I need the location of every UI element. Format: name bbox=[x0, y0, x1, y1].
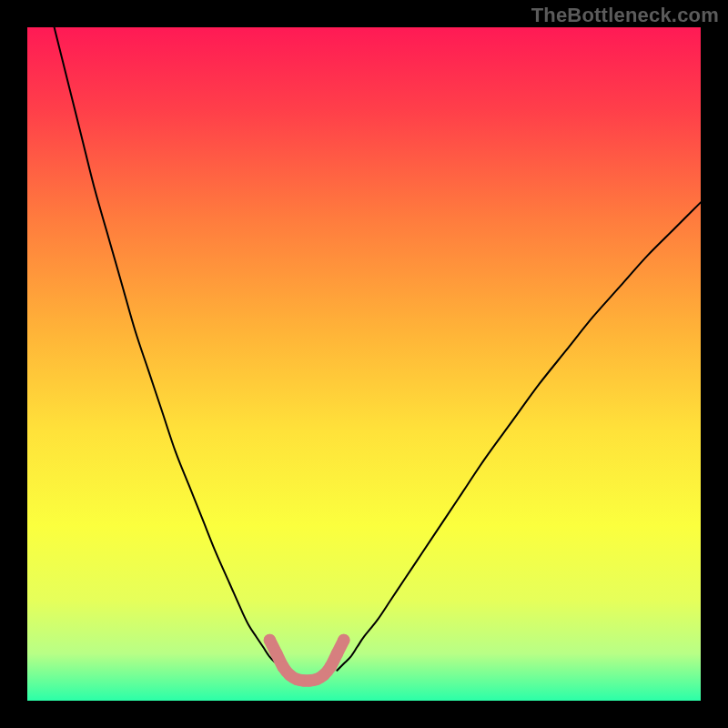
marker-dot bbox=[264, 634, 276, 646]
chart-frame: TheBottleneck.com bbox=[0, 0, 728, 728]
curve-right-branch bbox=[337, 202, 701, 670]
marker-dot bbox=[270, 648, 282, 660]
chart-svg bbox=[27, 27, 701, 701]
marker-worm bbox=[269, 640, 343, 681]
watermark-text: TheBottleneck.com bbox=[531, 4, 719, 27]
curve-left-branch bbox=[55, 27, 284, 671]
marker-dot bbox=[338, 634, 349, 646]
marker-dot bbox=[324, 661, 336, 672]
marker-dot bbox=[331, 648, 343, 660]
